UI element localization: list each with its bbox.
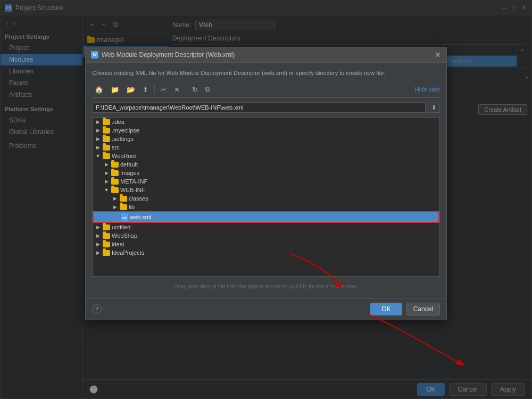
arrow-untitled: ▶: [95, 224, 101, 230]
label-default: default: [120, 161, 138, 168]
label-src: src: [112, 144, 120, 151]
label-images: Images: [120, 170, 139, 176]
tree-item-images[interactable]: ▶ Images: [93, 169, 439, 177]
file-tree-container[interactable]: ▶ .idea ▶ .myeclipse ▶ .settings: [92, 117, 440, 277]
arrow-images: ▶: [103, 170, 110, 176]
arrow-src: ▶: [95, 144, 101, 151]
tree-item-src[interactable]: ▶ src: [93, 143, 439, 152]
tree-item-idea[interactable]: ▶ .idea: [93, 118, 439, 126]
folder-icon-lib: [120, 204, 127, 210]
arrow-web-inf: ▼: [103, 187, 110, 193]
refresh-button[interactable]: ↻: [189, 84, 201, 95]
remove-button[interactable]: ✕: [171, 84, 182, 95]
label-classes: classes: [129, 195, 148, 202]
folder-icon-ideaprojects: [103, 250, 110, 256]
dialog-title-icon: W: [91, 51, 98, 59]
arrow-classes: ▶: [112, 195, 118, 202]
tree-item-ideal[interactable]: ▶ ideal: [93, 240, 439, 248]
file-chooser-dialog: W Web Module Deployment Descriptor (Web.…: [85, 47, 447, 320]
tree-item-webshop[interactable]: ▶ WebShop: [93, 231, 439, 240]
tree-item-lib[interactable]: ▶ lib: [93, 203, 439, 211]
dialog-close-button[interactable]: ✕: [435, 51, 441, 59]
folder-icon-myeclipse: [103, 128, 110, 134]
folder-icon-meta-inf: [111, 179, 119, 185]
folder-open-button[interactable]: 📂: [124, 84, 138, 95]
label-webshop: WebShop: [112, 232, 137, 239]
tree-item-ideaprojects[interactable]: ▶ IdeaProjects: [93, 248, 439, 257]
dialog-footer: ? OK Cancel: [86, 298, 446, 320]
arrow-ideaprojects: ▶: [95, 250, 101, 256]
label-settings: .settings: [112, 136, 134, 142]
file-icon-web-xml: xml: [121, 213, 128, 221]
arrow-settings: ▶: [95, 136, 101, 142]
arrow-webshop: ▶: [95, 232, 101, 239]
label-webroot: WebRoot: [112, 153, 136, 159]
label-untitled: untitled: [112, 224, 130, 230]
label-web-xml: web.xml: [130, 214, 151, 220]
label-idea: .idea: [112, 119, 124, 125]
tree-item-web-xml[interactable]: xml web.xml: [93, 211, 439, 223]
tree-item-settings[interactable]: ▶ .settings: [93, 135, 439, 143]
folder-icon-classes: [120, 196, 127, 202]
drag-hint: Drag and drop a file into the space abov…: [92, 281, 440, 292]
arrow-meta-inf: ▶: [103, 178, 110, 185]
folder-up-button[interactable]: ⬆: [140, 84, 151, 95]
label-myeclipse: .myeclipse: [112, 127, 139, 134]
arrow-webroot: ▼: [95, 153, 101, 159]
copy-button[interactable]: ⧉: [203, 84, 213, 95]
arrow-default: ▶: [103, 161, 110, 168]
dialog-ok-button[interactable]: OK: [370, 303, 402, 315]
arrow-lib: ▶: [112, 204, 118, 210]
dialog-description: Choose existing XML file for Web Module …: [92, 69, 440, 77]
folder-icon-settings: [103, 136, 110, 142]
tree-item-myeclipse[interactable]: ▶ .myeclipse: [93, 126, 439, 135]
path-input-row: ⬇: [92, 102, 440, 113]
cut-button[interactable]: ✂: [158, 84, 169, 95]
dialog-cancel-button[interactable]: Cancel: [406, 303, 440, 315]
dialog-title-bar: W Web Module Deployment Descriptor (Web.…: [86, 47, 446, 63]
folder-icon-webroot: [103, 153, 110, 159]
home-button[interactable]: 🏠: [92, 84, 106, 95]
arrow-myeclipse: ▶: [95, 127, 101, 134]
folder-icon-images: [111, 170, 119, 176]
folder-icon-web-inf: [111, 187, 119, 193]
dialog-toolbar: 🏠 📁 📂 ⬆ ✂ ✕ ↻ ⧉ Hide path: [92, 81, 440, 98]
toolbar-separator-2: [186, 85, 186, 94]
folder-icon-ideal: [103, 242, 110, 247]
tree-item-meta-inf[interactable]: ▶ META-INF: [93, 177, 439, 186]
dialog-help-button[interactable]: ?: [92, 304, 102, 314]
label-ideal: ideal: [112, 241, 124, 247]
dialog-body: Choose existing XML file for Web Module …: [86, 63, 446, 298]
dialog-overlay: W Web Module Deployment Descriptor (Web.…: [0, 0, 532, 399]
dialog-title-text: Web Module Deployment Descriptor (Web.xm…: [102, 51, 431, 59]
arrow-idea: ▶: [95, 119, 101, 125]
hide-path-link[interactable]: Hide path: [415, 86, 440, 93]
folder-icon-default: [111, 162, 119, 168]
path-browse-button[interactable]: ⬇: [428, 103, 440, 113]
new-folder-button[interactable]: 📁: [108, 84, 122, 95]
folder-icon-untitled: [103, 225, 110, 230]
folder-icon-idea: [103, 119, 110, 125]
tree-item-untitled[interactable]: ▶ untitled: [93, 223, 439, 231]
path-input[interactable]: [92, 102, 426, 113]
label-lib: lib: [129, 204, 135, 210]
arrow-ideal: ▶: [95, 241, 101, 247]
folder-icon-webshop: [103, 233, 110, 239]
tree-item-classes[interactable]: ▶ classes: [93, 194, 439, 203]
tree-item-webroot[interactable]: ▼ WebRoot: [93, 152, 439, 160]
svg-text:xml: xml: [122, 216, 128, 219]
folder-icon-src: [103, 145, 110, 151]
label-ideaprojects: IdeaProjects: [112, 250, 144, 256]
toolbar-separator-1: [154, 85, 155, 94]
tree-item-web-inf[interactable]: ▼ WEB-INF: [93, 186, 439, 194]
label-meta-inf: META-INF: [120, 178, 147, 185]
label-web-inf: WEB-INF: [120, 187, 145, 193]
tree-item-default[interactable]: ▶ default: [93, 160, 439, 169]
